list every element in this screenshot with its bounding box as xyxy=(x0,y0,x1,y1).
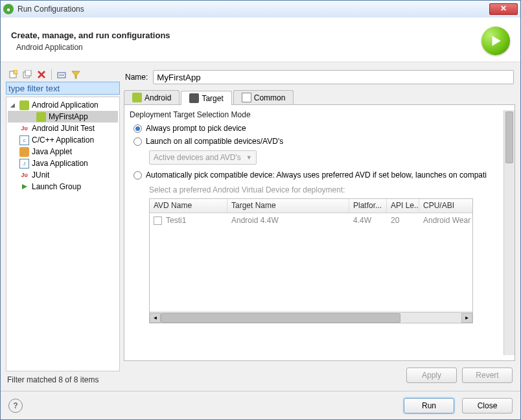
cell-avd: Testi1 xyxy=(166,216,186,225)
window-title: Run Configurations xyxy=(17,5,489,14)
tree-label: MyFirstApp xyxy=(49,112,88,121)
tree-label: Android Application xyxy=(32,100,98,110)
name-input[interactable] xyxy=(153,70,514,84)
tab-android[interactable]: Android xyxy=(124,90,179,104)
left-pane: ◢ Android Application MyFirstApp Jυ Andr… xyxy=(6,67,120,386)
c-app-icon: c xyxy=(19,135,29,145)
config-toolbar xyxy=(6,67,120,82)
junit-icon: Jυ xyxy=(19,170,29,180)
tree-item-android-application[interactable]: ◢ Android Application xyxy=(8,99,118,111)
tab-label: Target xyxy=(202,94,223,103)
scroll-thumb[interactable] xyxy=(505,111,513,163)
revert-button: Revert xyxy=(462,368,513,383)
th-cpu[interactable]: CPU/ABI xyxy=(419,199,472,213)
apply-revert-row: Apply Revert xyxy=(124,361,515,386)
radio-prompt[interactable]: Always prompt to pick device xyxy=(133,122,504,135)
tab-target[interactable]: Target xyxy=(181,91,231,105)
chevron-down-icon: ▼ xyxy=(246,154,252,161)
tree-item-java-app[interactable]: J Java Application xyxy=(8,158,118,169)
svg-marker-0 xyxy=(492,36,501,45)
radio-auto[interactable]: Automatically pick compatible device: Al… xyxy=(133,169,504,181)
expand-toggle-icon[interactable]: ◢ xyxy=(10,102,17,108)
tree-item-c-app[interactable]: c C/C++ Application xyxy=(8,134,118,146)
close-button[interactable]: ✕ xyxy=(489,3,518,15)
scroll-thumb[interactable] xyxy=(161,313,400,323)
close-dialog-button[interactable]: Close xyxy=(462,398,513,414)
avd-table[interactable]: AVD Name Target Name Platfor... API Le..… xyxy=(149,198,473,312)
scroll-right-icon[interactable]: ► xyxy=(461,313,472,323)
filter-status: Filter matched 8 of 8 items xyxy=(6,371,120,386)
horizontal-scrollbar[interactable]: ◄ ► xyxy=(149,312,473,323)
tree-item-myfirstapp[interactable]: MyFirstApp xyxy=(8,111,118,122)
radio-icon[interactable] xyxy=(133,137,142,146)
tree-item-junit[interactable]: Jυ JUnit xyxy=(8,169,118,181)
run-icon xyxy=(481,27,510,55)
tab-bar: Android Target Common xyxy=(124,89,515,105)
dialog-header: Create, manage, and run configurations A… xyxy=(1,18,520,62)
group-title: Deployment Target Selection Mode xyxy=(130,110,504,119)
help-icon[interactable]: ? xyxy=(8,399,23,413)
svg-marker-9 xyxy=(72,71,80,78)
target-tab-icon xyxy=(189,93,199,103)
content-area: ◢ Android Application MyFirstApp Jυ Andr… xyxy=(1,62,520,391)
row-checkbox[interactable] xyxy=(154,216,162,225)
svg-marker-10 xyxy=(22,184,27,189)
collapse-all-icon[interactable] xyxy=(56,69,67,80)
apply-button: Apply xyxy=(406,368,457,383)
name-label: Name: xyxy=(125,73,148,82)
combo-value: Active devices and AVD's xyxy=(154,153,241,162)
launch-group-icon xyxy=(19,182,29,192)
th-platform[interactable]: Platfor... xyxy=(349,199,387,213)
radio-icon[interactable] xyxy=(133,171,142,180)
android-tab-icon xyxy=(132,93,142,102)
table-header: AVD Name Target Name Platfor... API Le..… xyxy=(150,199,472,213)
scroll-left-icon[interactable]: ◄ xyxy=(150,313,161,323)
radio-label: Automatically pick compatible device: Al… xyxy=(146,170,487,180)
radio-label: Always prompt to pick device xyxy=(146,124,246,133)
radio-icon[interactable] xyxy=(133,124,142,133)
th-target[interactable]: Target Name xyxy=(227,199,349,213)
app-icon: ● xyxy=(3,4,14,14)
filter-icon[interactable] xyxy=(70,69,82,80)
titlebar[interactable]: ● Run Configurations ✕ xyxy=(1,1,520,18)
header-title: Create, manage, and run configurations xyxy=(11,30,481,40)
tree-item-java-applet[interactable]: Java Applet xyxy=(8,146,118,158)
tree-item-launch-group[interactable]: Launch Group xyxy=(8,181,118,192)
svg-rect-2 xyxy=(14,70,17,74)
run-button[interactable]: Run xyxy=(404,398,454,414)
radio-label: Launch on all compatible devices/AVD's xyxy=(146,137,283,146)
avd-hint: Select a preferred Android Virtual Devic… xyxy=(149,185,504,194)
applet-icon xyxy=(19,147,29,157)
cell-platform: 4.4W xyxy=(349,215,387,226)
tree-label: JUnit xyxy=(32,170,49,180)
dialog-footer: ? Run Close xyxy=(1,391,520,419)
new-config-icon[interactable] xyxy=(7,69,19,80)
vertical-scrollbar[interactable] xyxy=(504,110,515,355)
common-tab-icon xyxy=(242,93,251,102)
duplicate-icon[interactable] xyxy=(21,69,33,80)
devices-combo: Active devices and AVD's ▼ xyxy=(149,150,257,165)
radio-all-devices[interactable]: Launch on all compatible devices/AVD's xyxy=(133,135,504,148)
filter-input[interactable] xyxy=(6,82,120,95)
cell-cpu: Android Wear ARM xyxy=(419,215,472,226)
th-avd[interactable]: AVD Name xyxy=(150,199,227,213)
tree-label: Launch Group xyxy=(32,182,81,191)
svg-rect-4 xyxy=(25,70,31,76)
delete-icon[interactable] xyxy=(36,69,47,80)
cell-target: Android 4.4W xyxy=(227,215,349,226)
right-pane: Name: Android Target Common xyxy=(124,67,515,386)
table-row[interactable]: Testi1 Android 4.4W 4.4W 20 Android Wear… xyxy=(150,213,472,228)
tab-label: Common xyxy=(254,93,286,102)
tree-item-android-junit[interactable]: Jυ Android JUnit Test xyxy=(8,122,118,134)
cell-api: 20 xyxy=(387,215,419,226)
android-config-icon xyxy=(36,112,46,122)
config-tree[interactable]: ◢ Android Application MyFirstApp Jυ Andr… xyxy=(6,97,120,371)
tab-label: Android xyxy=(145,93,171,102)
tab-content: Deployment Target Selection Mode Always … xyxy=(124,105,515,361)
tree-label: Android JUnit Test xyxy=(32,124,95,133)
junit-android-icon: Jυ xyxy=(19,124,29,134)
th-api[interactable]: API Le... xyxy=(387,199,419,213)
tree-label: Java Application xyxy=(32,159,88,168)
tab-common[interactable]: Common xyxy=(233,90,294,104)
header-subtitle: Android Application xyxy=(16,43,481,52)
